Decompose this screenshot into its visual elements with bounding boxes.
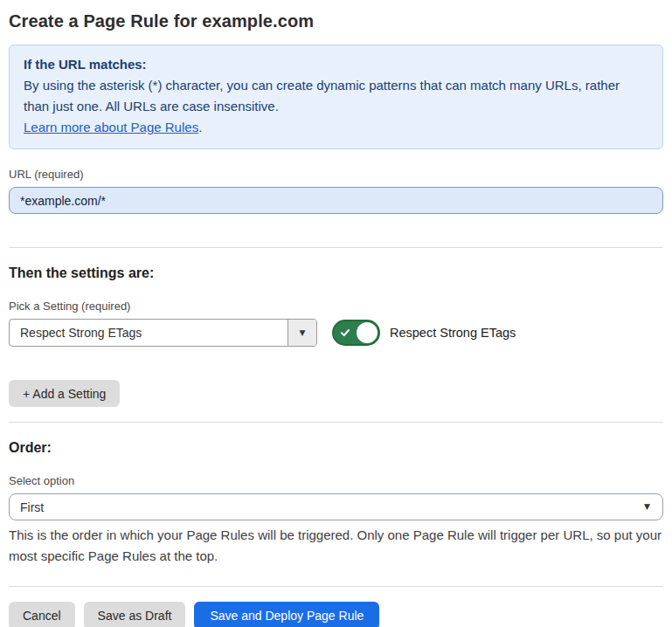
info-box-heading: If the URL matches: [24, 54, 648, 75]
setting-select[interactable]: Respect Strong ETags ▼ [9, 319, 317, 347]
order-select-label: Select option [9, 474, 663, 487]
page-rule-form: Create a Page Rule for example.com If th… [0, 0, 672, 627]
footer-buttons: Cancel Save as Draft Save and Deploy Pag… [9, 602, 663, 627]
etags-toggle-label: Respect Strong ETags [390, 326, 516, 340]
order-select[interactable]: First ▼ [9, 493, 663, 520]
info-box-link-line: Learn more about Page Rules. [24, 117, 648, 138]
link-period: . [198, 120, 202, 134]
url-field-label: URL (required) [9, 168, 663, 181]
save-deploy-button[interactable]: Save and Deploy Page Rule [194, 602, 379, 627]
order-select-value: First [10, 500, 44, 514]
setting-picker-label: Pick a Setting (required) [9, 300, 663, 313]
order-help-text: This is the order in which your Page Rul… [9, 525, 663, 567]
section-divider [9, 247, 663, 248]
chevron-down-icon: ▼ [300, 329, 306, 337]
url-match-info-box: If the URL matches: By using the asteris… [9, 45, 663, 149]
etags-toggle[interactable] [332, 320, 380, 346]
setting-row: Respect Strong ETags ▼ Respect Strong ET… [9, 319, 663, 347]
order-heading: Order: [9, 440, 663, 456]
setting-select-arrow-button[interactable]: ▼ [288, 320, 316, 346]
save-draft-button[interactable]: Save as Draft [84, 602, 186, 627]
url-input[interactable] [9, 187, 663, 214]
add-setting-button[interactable]: + Add a Setting [9, 380, 120, 407]
cancel-button[interactable]: Cancel [9, 602, 75, 627]
section-divider [9, 586, 663, 587]
toggle-knob [357, 322, 378, 343]
section-divider [9, 422, 663, 423]
chevron-down-icon: ▼ [644, 503, 662, 511]
info-box-body: By using the asterisk (*) character, you… [24, 75, 648, 117]
learn-more-link[interactable]: Learn more about Page Rules [24, 120, 198, 134]
check-icon [340, 327, 350, 338]
setting-select-value: Respect Strong ETags [10, 320, 288, 346]
settings-heading: Then the settings are: [9, 265, 663, 281]
page-title: Create a Page Rule for example.com [9, 11, 663, 31]
